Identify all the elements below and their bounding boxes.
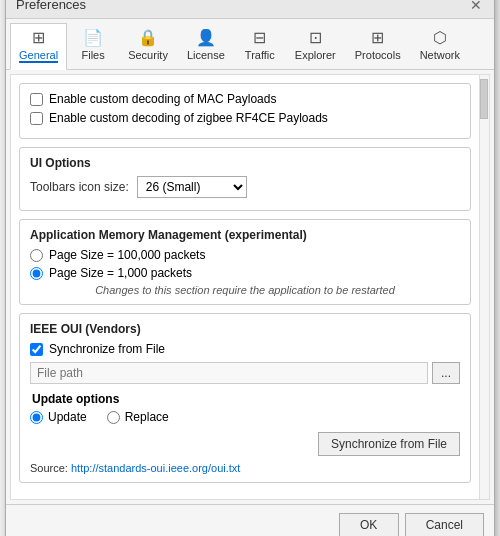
ieee-sync-row: Synchronize from File — [30, 342, 460, 356]
tab-general-label: General — [19, 49, 58, 63]
tab-protocols[interactable]: ⊞ Protocols — [346, 23, 410, 69]
sync-button-row: Synchronize from File — [30, 432, 460, 456]
replace-radio[interactable] — [107, 411, 120, 424]
tab-bar: ⊞ General 📄 Files 🔒 Security 👤 License ⊟… — [6, 19, 494, 70]
mac-payloads-checkbox[interactable] — [30, 93, 43, 106]
memory-option1-row: Page Size = 100,000 packets — [30, 248, 460, 262]
ok-button[interactable]: OK — [339, 513, 399, 536]
tab-license[interactable]: 👤 License — [178, 23, 234, 69]
file-path-input[interactable] — [30, 362, 428, 384]
source-label: Source: — [30, 462, 68, 474]
page-100k-radio[interactable] — [30, 249, 43, 262]
page-100k-label: Page Size = 100,000 packets — [49, 248, 205, 262]
ieee-title: IEEE OUI (Vendors) — [30, 322, 460, 336]
tab-traffic-label: Traffic — [245, 49, 275, 61]
tab-security[interactable]: 🔒 Security — [119, 23, 177, 69]
update-options-title: Update options — [32, 392, 460, 406]
replace-radio-label[interactable]: Replace — [107, 410, 169, 424]
network-icon: ⬡ — [433, 28, 447, 47]
source-row: Source: http://standards-oui.ieee.org/ou… — [30, 462, 460, 474]
page-1k-label: Page Size = 1,000 packets — [49, 266, 192, 280]
general-icon: ⊞ — [32, 28, 45, 47]
preferences-dialog: Preferences ✕ ⊞ General 📄 Files 🔒 Securi… — [5, 0, 495, 536]
mac-payloads-section: Enable custom decoding of MAC Payloads E… — [19, 83, 471, 139]
ui-options-title: UI Options — [30, 156, 460, 170]
zigbee-payloads-checkbox[interactable] — [30, 112, 43, 125]
title-bar: Preferences ✕ — [6, 0, 494, 19]
tab-general[interactable]: ⊞ General — [10, 23, 67, 70]
dialog-title: Preferences — [16, 0, 86, 12]
tab-explorer-label: Explorer — [295, 49, 336, 61]
close-button[interactable]: ✕ — [468, 0, 484, 12]
zigbee-payloads-row: Enable custom decoding of zigbee RF4CE P… — [30, 111, 460, 125]
toolbar-size-select[interactable]: 16 (Tiny) 20 (Small) 26 (Small) 32 (Medi… — [137, 176, 247, 198]
explorer-icon: ⊡ — [309, 28, 322, 47]
file-path-row: ... — [30, 362, 460, 384]
mac-payloads-label: Enable custom decoding of MAC Payloads — [49, 92, 276, 106]
toolbar-size-label: Toolbars icon size: — [30, 180, 129, 194]
tab-network-label: Network — [420, 49, 460, 61]
memory-option2-row: Page Size = 1,000 packets — [30, 266, 460, 280]
sync-from-file-button[interactable]: Synchronize from File — [318, 432, 460, 456]
browse-button[interactable]: ... — [432, 362, 460, 384]
update-options-row: Update Replace — [30, 410, 460, 424]
scrollbar-thumb[interactable] — [480, 79, 488, 119]
memory-section: Application Memory Management (experimen… — [19, 219, 471, 305]
restart-note: Changes to this section require the appl… — [30, 284, 460, 296]
toolbar-size-select-wrapper: 16 (Tiny) 20 (Small) 26 (Small) 32 (Medi… — [137, 176, 247, 198]
update-radio[interactable] — [30, 411, 43, 424]
protocols-icon: ⊞ — [371, 28, 384, 47]
page-1k-radio[interactable] — [30, 267, 43, 280]
source-link[interactable]: http://standards-oui.ieee.org/oui.txt — [71, 462, 240, 474]
ieee-section: IEEE OUI (Vendors) Synchronize from File… — [19, 313, 471, 483]
tab-traffic[interactable]: ⊟ Traffic — [235, 23, 285, 69]
tab-files-label: Files — [82, 49, 105, 61]
tab-explorer[interactable]: ⊡ Explorer — [286, 23, 345, 69]
update-label: Update — [48, 410, 87, 424]
tab-license-label: License — [187, 49, 225, 61]
scrollbar-track[interactable] — [479, 75, 489, 499]
replace-label: Replace — [125, 410, 169, 424]
tab-files[interactable]: 📄 Files — [68, 23, 118, 69]
content-area: Enable custom decoding of MAC Payloads E… — [10, 74, 490, 500]
zigbee-payloads-label: Enable custom decoding of zigbee RF4CE P… — [49, 111, 328, 125]
content-inner: Enable custom decoding of MAC Payloads E… — [11, 75, 479, 499]
sync-from-file-label: Synchronize from File — [49, 342, 165, 356]
tab-network[interactable]: ⬡ Network — [411, 23, 469, 69]
ui-options-section: UI Options Toolbars icon size: 16 (Tiny)… — [19, 147, 471, 211]
mac-payloads-row: Enable custom decoding of MAC Payloads — [30, 92, 460, 106]
files-icon: 📄 — [83, 28, 103, 47]
toolbar-size-row: Toolbars icon size: 16 (Tiny) 20 (Small)… — [30, 176, 460, 198]
update-radio-label[interactable]: Update — [30, 410, 87, 424]
tab-security-label: Security — [128, 49, 168, 61]
memory-title: Application Memory Management (experimen… — [30, 228, 460, 242]
traffic-icon: ⊟ — [253, 28, 266, 47]
bottom-bar: OK Cancel — [6, 504, 494, 536]
tab-protocols-label: Protocols — [355, 49, 401, 61]
security-icon: 🔒 — [138, 28, 158, 47]
license-icon: 👤 — [196, 28, 216, 47]
sync-from-file-checkbox[interactable] — [30, 343, 43, 356]
cancel-button[interactable]: Cancel — [405, 513, 484, 536]
